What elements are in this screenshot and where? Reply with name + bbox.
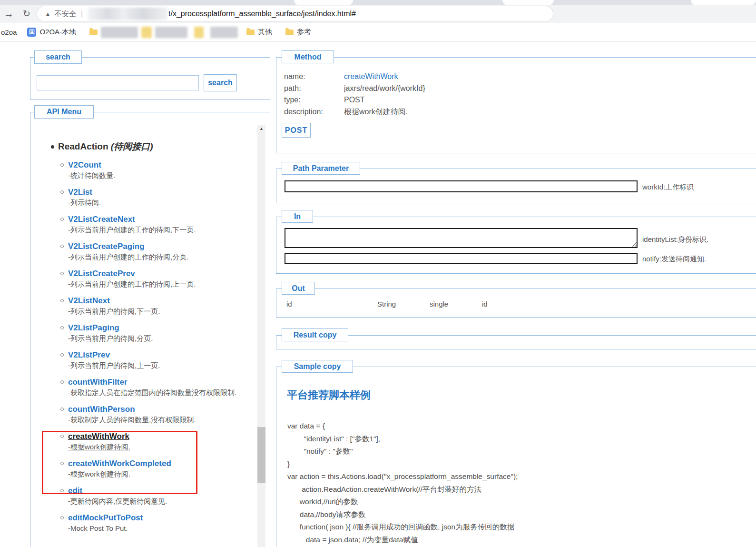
api-link[interactable]: countWithFilter	[68, 377, 128, 388]
code-line: function( json ){ //服务调用成功的回调函数, json为服务…	[287, 521, 756, 534]
api-item-v2listprev: V2ListPrev -列示当前用户的待阅,上一页.	[30, 350, 255, 371]
bookmark-reference[interactable]: 参考	[285, 28, 311, 37]
notify-note: notify:发送待阅通知.	[642, 255, 706, 264]
folder-icon	[285, 30, 294, 35]
api-item-edit: edit -更新待阅内容,仅更新待阅意见.	[30, 486, 255, 507]
search-panel-legend: search	[34, 50, 82, 64]
api-link[interactable]: V2ListCreatePaging	[68, 241, 145, 252]
out-cell: single	[430, 300, 482, 308]
api-desc: -根据work创建待阅.	[68, 469, 255, 479]
bookmark-label: 其他	[258, 28, 272, 37]
api-link[interactable]: V2ListPaging	[68, 323, 119, 333]
api-group-title: ReadAction	[58, 141, 108, 151]
reload-icon[interactable]: ↻	[23, 7, 30, 21]
bullet-icon	[51, 145, 54, 149]
api-item-v2listnext: V2ListNext -列示当前用户的待阅,下一页.	[30, 296, 255, 317]
bookmark-label: 参考	[297, 28, 311, 37]
row-value: jaxrs/read/work/{workId}	[344, 83, 425, 95]
code-line: action.ReadAction.createWithWork(//平台封装好…	[287, 483, 756, 496]
circle-bullet-icon	[60, 462, 64, 465]
warning-triangle-icon[interactable]: ▲	[45, 10, 51, 18]
bookmark-label: O2OA-本地	[39, 28, 76, 37]
redacted-bookmark-group	[89, 27, 187, 38]
api-group-subtitle: (待阅接口)	[111, 141, 153, 151]
api-link[interactable]: edit	[68, 486, 82, 496]
code-line: var action = this.Actions.load("x_proces…	[287, 470, 756, 483]
circle-bullet-icon	[60, 353, 64, 357]
sample-heading: 平台推荐脚本样例	[287, 388, 371, 402]
o2oa-logo-icon: 回	[27, 28, 36, 37]
in-legend: In	[282, 210, 313, 223]
code-line: var data = {	[287, 420, 756, 433]
api-link[interactable]: countWithPerson	[68, 404, 135, 415]
menu-scrollbar[interactable]: ▲	[257, 125, 265, 547]
api-item-editmockputtopost: editMockPutToPost -Mock Post To Put.	[30, 513, 255, 534]
api-desc: -统计待阅数量.	[68, 170, 255, 181]
api-link[interactable]: V2ListCreatePrev	[68, 269, 135, 279]
api-link[interactable]: V2ListNext	[68, 296, 110, 306]
method-legend: Method	[282, 50, 334, 63]
scrollbar-thumb[interactable]	[257, 427, 265, 483]
api-link[interactable]: V2ListCreateNext	[68, 214, 135, 225]
search-button[interactable]: search	[204, 74, 237, 91]
bookmarks-bar: o2oa 回 O2OA-本地 其他 参考	[0, 23, 756, 42]
api-link[interactable]: V2List	[68, 187, 92, 198]
api-link[interactable]: editMockPutToPost	[68, 513, 143, 523]
circle-bullet-icon	[60, 489, 64, 492]
api-desc: -Mock Post To Put.	[68, 523, 255, 534]
code-line: "notify" : "参数"	[287, 445, 756, 458]
path-parameter-legend: Path Parameter	[282, 162, 360, 175]
code-line: "identityList" : ["参数1"],	[287, 433, 756, 446]
result-copy-legend: Result copy	[282, 328, 348, 341]
search-input[interactable]	[37, 75, 199, 90]
method-name-link[interactable]: createWithWork	[344, 71, 398, 83]
api-item-countwithperson: countWithPerson -获取制定人员的待阅数量,没有权限限制.	[30, 404, 255, 425]
circle-bullet-icon	[60, 299, 64, 302]
forward-arrow-icon[interactable]: →	[4, 7, 14, 21]
circle-bullet-icon	[60, 218, 64, 221]
bookmark-other[interactable]: 其他	[246, 28, 272, 37]
bookmark-o2oa[interactable]: o2oa	[1, 28, 17, 36]
out-cell: id	[482, 300, 539, 308]
row-label: path:	[284, 83, 344, 95]
circle-bullet-icon	[60, 435, 64, 438]
api-link[interactable]: createWithWorkCompleted	[68, 458, 171, 469]
url-text: t/x_processplatform_assemble_surface/jes…	[168, 10, 356, 18]
circle-bullet-icon	[60, 408, 64, 411]
api-item-createwithworkcompleted: createWithWorkCompleted -根据work创建待阅.	[30, 458, 255, 479]
post-button[interactable]: POST	[282, 123, 311, 138]
api-menu-legend: API Menu	[34, 105, 94, 119]
row-label: description:	[284, 106, 344, 118]
api-desc: -列示待阅.	[68, 198, 255, 208]
api-item-createwithwork: createWithWork -根据work创建待阅.	[30, 431, 255, 452]
circle-bullet-icon	[60, 163, 64, 167]
api-menu-list: ReadAction (待阅接口) V2Count -统计待阅数量. V2Lis…	[30, 141, 255, 540]
folder-icon	[246, 30, 255, 35]
api-link[interactable]: V2Count	[68, 160, 101, 170]
api-link[interactable]: createWithWork	[68, 431, 129, 442]
row-value: POST	[344, 94, 365, 106]
scroll-up-arrow-icon[interactable]: ▲	[257, 125, 265, 133]
tab-notch	[691, 0, 756, 5]
workid-input[interactable]	[285, 180, 638, 192]
api-desc: -列示当前用户创建的工作的待阅,分页.	[68, 252, 255, 262]
folder-icon	[89, 30, 98, 35]
bookmark-o2oa-local[interactable]: 回 O2OA-本地	[27, 28, 76, 37]
browser-toolbar: → ↻ ▲ 不安全 | t/x_processplatform_assemble…	[0, 5, 756, 23]
redacted-bookmark	[155, 27, 187, 38]
notify-input[interactable]	[285, 253, 638, 264]
address-bar[interactable]: ▲ 不安全 | t/x_processplatform_assemble_sur…	[37, 6, 553, 21]
circle-bullet-icon	[60, 190, 64, 194]
out-row: id String single id	[286, 300, 539, 308]
api-link[interactable]: V2ListPrev	[68, 350, 110, 360]
api-desc: -列示当前用户的待阅,下一页.	[68, 306, 255, 317]
api-desc: -列示当前用户创建的工作的待阅,下一页.	[68, 225, 255, 235]
redacted-bookmark	[210, 27, 238, 38]
out-legend: Out	[282, 282, 315, 295]
code-line: data,//body请求参数	[287, 508, 756, 521]
identitylist-textarea[interactable]	[285, 228, 638, 248]
circle-bullet-icon	[60, 516, 64, 519]
api-desc: -根据work创建待阅.	[68, 442, 255, 452]
sample-copy-legend: Sample copy	[282, 360, 353, 373]
api-desc: -获取指定人员在指定范围内的待阅数量没有权限限制.	[68, 388, 255, 398]
